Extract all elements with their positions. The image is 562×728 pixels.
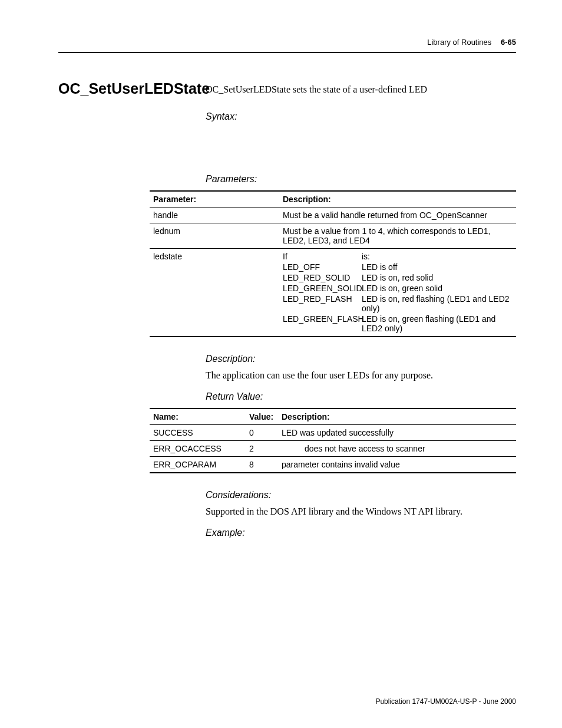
ledstate-val: LED is on, green solid bbox=[362, 284, 511, 293]
description-body: The application can use the four user LE… bbox=[206, 370, 516, 381]
routine-intro: OC_SetUserLEDState sets the state of a u… bbox=[206, 84, 516, 95]
table-row: lednum Must be a value from 1 to 4, whic… bbox=[150, 223, 516, 249]
table-row: SUCCESS 0 LED was updated successfully bbox=[150, 425, 516, 441]
table-row: handle Must be a valid handle returned f… bbox=[150, 207, 516, 223]
ledstate-key: LED_GREEN_FLASH bbox=[283, 314, 362, 333]
return-value: 2 bbox=[246, 441, 278, 457]
section-considerations: Considerations: bbox=[206, 490, 516, 500]
col-parameter: Parameter: bbox=[150, 191, 279, 207]
parameters-table: Parameter: Description: handle Must be a… bbox=[150, 190, 516, 337]
table-row: ERR_OCPARAM 8 parameter contains invalid… bbox=[150, 457, 516, 473]
table-header-row: Parameter: Description: bbox=[150, 191, 516, 207]
param-name: lednum bbox=[150, 223, 279, 249]
routine-title: OC_SetUserLEDState bbox=[58, 80, 210, 97]
return-value: 8 bbox=[246, 457, 278, 473]
return-value-table: Name: Value: Description: SUCCESS 0 LED … bbox=[150, 408, 516, 473]
ledstate-val: LED is on, red solid bbox=[362, 273, 511, 282]
section-return-value: Return Value: bbox=[206, 391, 516, 402]
col-value: Value: bbox=[246, 409, 278, 425]
section-syntax: Syntax: bbox=[206, 111, 516, 122]
header-chapter: Library of Routines bbox=[427, 38, 491, 47]
return-name: ERR_OCPARAM bbox=[150, 457, 246, 473]
return-desc: LED was updated successfully bbox=[278, 425, 516, 441]
section-parameters: Parameters: bbox=[206, 174, 516, 185]
ledstate-val: LED is on, green flashing (LED1 and LED2… bbox=[362, 314, 511, 333]
return-desc: does not have access to scanner bbox=[278, 441, 516, 457]
ledstate-key: LED_RED_FLASH bbox=[283, 294, 362, 313]
col-description: Description: bbox=[279, 191, 516, 207]
ledstate-val: LED is on, red flashing (LED1 and LED2 o… bbox=[362, 294, 511, 313]
param-desc: Must be a valid handle returned from OC_… bbox=[279, 207, 516, 223]
param-desc: Must be a value from 1 to 4, which corre… bbox=[279, 223, 516, 249]
ledstate-head-if: If bbox=[283, 252, 362, 261]
table-header-row: Name: Value: Description: bbox=[150, 409, 516, 425]
return-desc: parameter contains invalid value bbox=[278, 457, 516, 473]
ledstate-val: LED is off bbox=[362, 262, 511, 272]
col-name: Name: bbox=[150, 409, 246, 425]
ledstate-key: LED_OFF bbox=[283, 262, 362, 272]
return-value: 0 bbox=[246, 425, 278, 441]
table-row: ledstate If is: LED_OFF LED is off LED_R… bbox=[150, 249, 516, 337]
col-description: Description: bbox=[278, 409, 516, 425]
return-name: SUCCESS bbox=[150, 425, 246, 441]
table-row: ERR_OCACCESS 2 does not have access to s… bbox=[150, 441, 516, 457]
param-name: ledstate bbox=[150, 249, 279, 337]
section-description: Description: bbox=[206, 354, 516, 364]
return-name: ERR_OCACCESS bbox=[150, 441, 246, 457]
section-example: Example: bbox=[206, 528, 516, 538]
page-header: Library of Routines 6-65 bbox=[421, 38, 516, 47]
param-desc: If is: LED_OFF LED is off LED_RED_SOLID … bbox=[279, 249, 516, 337]
header-rule bbox=[58, 52, 516, 53]
param-name: handle bbox=[150, 207, 279, 223]
page-footer: Publication 1747-UM002A-US-P - June 2000 bbox=[375, 697, 516, 706]
ledstate-key: LED_RED_SOLID bbox=[283, 273, 362, 282]
considerations-body: Supported in the DOS API library and the… bbox=[206, 506, 516, 517]
ledstate-head-is: is: bbox=[362, 252, 511, 261]
header-page-number: 6-65 bbox=[501, 38, 516, 47]
ledstate-key: LED_GREEN_SOLID bbox=[283, 284, 362, 293]
